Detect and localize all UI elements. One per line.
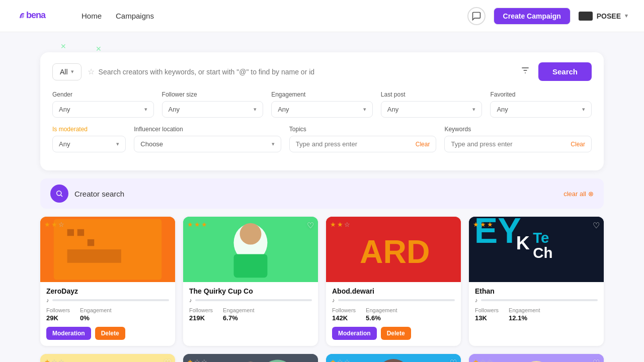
star-1: ★ [473,221,479,228]
card-epic-gardening-image: ★ ☆ ☆ [183,354,318,362]
last-post-select[interactable]: Any ▾ [381,101,482,118]
svg-rect-8 [67,229,74,236]
card-bottom-4-image: ★ ☆ ☆ ♡ [469,354,604,362]
is-moderated-select[interactable]: Any ▾ [52,136,126,152]
influencer-location-value: Choose [140,140,163,148]
search-input[interactable] [99,68,512,76]
star-2: ★ [480,221,486,228]
svg-point-14 [240,223,262,245]
card-ethan-image: EY K Te Ch ★ ★ ★ ♡ [469,217,604,282]
favorited-label: Favorited [490,91,592,98]
svg-text:Te: Te [533,229,549,246]
moderation-button[interactable]: Moderation [332,327,377,340]
card-quirky-name: The Quirky Cup Co [189,287,312,295]
card-bottom-4-heart-icon[interactable]: ♡ [593,358,600,362]
follower-size-select[interactable]: Any ▾ [162,101,264,118]
handle-bar [338,299,455,301]
filter-settings-button[interactable] [518,63,532,80]
card-zerodayz-actions: Moderation Delete [46,327,169,340]
followers-stat: Followers 13K [475,307,499,322]
gender-select[interactable]: Any ▾ [52,101,154,118]
star-1: ★ [44,358,50,362]
user-area[interactable]: POSEE ▾ [579,12,628,21]
platform-dropdown[interactable]: All ▾ [52,63,82,80]
favorited-chevron-icon: ▾ [582,106,585,113]
topics-input-wrap: Clear [289,136,437,152]
user-chevron-icon: ▾ [625,13,628,19]
card-quirky-cup-image: ★ ★ ★ ♡ [183,217,318,282]
keywords-clear-button[interactable]: Clear [571,141,585,148]
keywords-input[interactable] [451,140,568,148]
svg-point-5 [57,191,61,196]
card-bottom-4-stars: ★ ☆ ☆ [473,358,493,362]
followers-stat: Followers 29K [46,307,70,322]
last-post-label: Last post [381,91,482,98]
card-zerodayz-stars: ★ ★ ☆ [44,221,64,228]
filter-influencer-location: Influencer location Choose ▾ [134,126,281,152]
navbar: bena Home Campaigns Create Campaign POSE… [0,0,644,32]
delete-button[interactable]: Delete [381,327,411,340]
svg-rect-15 [234,254,268,278]
card-ethan-heart-icon[interactable]: ♡ [593,221,600,230]
star-1: ★ [473,358,479,362]
gender-value: Any [59,106,70,113]
platform-chevron-icon: ▾ [71,68,74,75]
card-abod-body: Abod.dewari ♪ Followers 142K Engagement … [326,282,461,346]
message-icon[interactable] [467,7,486,25]
card-ethan: EY K Te Ch ★ ★ ★ ♡ Ethan ♪ [469,217,604,346]
nav-campaigns[interactable]: Campaigns [116,12,154,20]
card-quirky-body: The Quirky Cup Co ♪ Followers 219K Engag… [183,282,318,333]
tiktok-icon: ♪ [332,297,335,303]
engagement-stat: Engagement 0% [80,307,111,322]
topics-clear-button[interactable]: Clear [416,141,430,148]
card-zerodayz-stats: Followers 29K Engagement 0% [46,307,169,322]
search-panel: All ▾ ☆ Search Gender Any [40,52,604,170]
clear-all-button[interactable]: clear all ⊗ [564,190,594,198]
search-button[interactable]: Search [538,62,592,81]
followers-stat: Followers 219K [189,307,213,322]
card-zerodayz: ★ ★ ☆ ZeroDayz ♪ Followers 29K E [40,217,175,346]
create-campaign-button[interactable]: Create Campaign [494,8,571,25]
star-3: ★ [487,221,493,228]
card-quirky-handle: ♪ [189,297,312,303]
favorited-value: Any [497,106,508,113]
engagement-label: Engagement [271,91,373,98]
last-post-value: Any [387,106,398,113]
creator-search-bar: Creator search clear all ⊗ [40,178,604,209]
svg-rect-11 [67,249,121,263]
card-ethan-body: Ethan ♪ Followers 13K Engagement 12.1% [469,282,604,333]
star-2: ★ [51,221,57,228]
card-ethan-stars: ★ ★ ★ [473,221,493,228]
card-quirky-stars: ★ ★ ★ [187,221,207,228]
engagement-chevron-icon: ▾ [363,106,366,113]
star-1: ★ [44,221,50,228]
keywords-label: Keywords [444,126,592,133]
card-bottom-1-heart-icon[interactable]: ♡ [164,358,171,362]
card-quirky-heart-icon[interactable]: ♡ [307,221,314,230]
influencer-location-select[interactable]: Choose ▾ [134,136,281,152]
topics-input[interactable] [296,140,413,148]
moderation-button[interactable]: Moderation [46,327,91,340]
star-3: ☆ [58,358,64,362]
svg-text:K: K [516,232,530,253]
search-star-icon: ☆ [88,67,95,76]
filter-engagement: Engagement Any ▾ [271,91,373,118]
filter-gender: Gender Any ▾ [52,91,154,118]
engagement-select[interactable]: Any ▾ [271,101,373,118]
delete-button[interactable]: Delete [95,327,125,340]
card-bottom-3-heart-icon[interactable]: ♡ [450,358,457,362]
svg-text:bena: bena [26,10,46,20]
engagement-stat: Engagement 5.6% [366,307,397,322]
search-row: All ▾ ☆ Search [52,62,592,81]
nav-home[interactable]: Home [82,12,102,20]
star-3: ☆ [344,358,350,362]
card-zerodayz-name: ZeroDayz [46,287,169,295]
topics-label: Topics [289,126,437,133]
card-bottom-3-image: ★ ☆ ☆ ♡ [326,354,461,362]
filters-row-1: Gender Any ▾ Follower size Any ▾ Engagem… [52,91,592,118]
card-abod-name: Abod.dewari [332,287,455,295]
favorited-select[interactable]: Any ▾ [490,101,592,118]
engagement-stat: Engagement 12.1% [509,307,540,322]
svg-rect-9 [77,229,84,236]
is-moderated-value: Any [59,140,70,148]
